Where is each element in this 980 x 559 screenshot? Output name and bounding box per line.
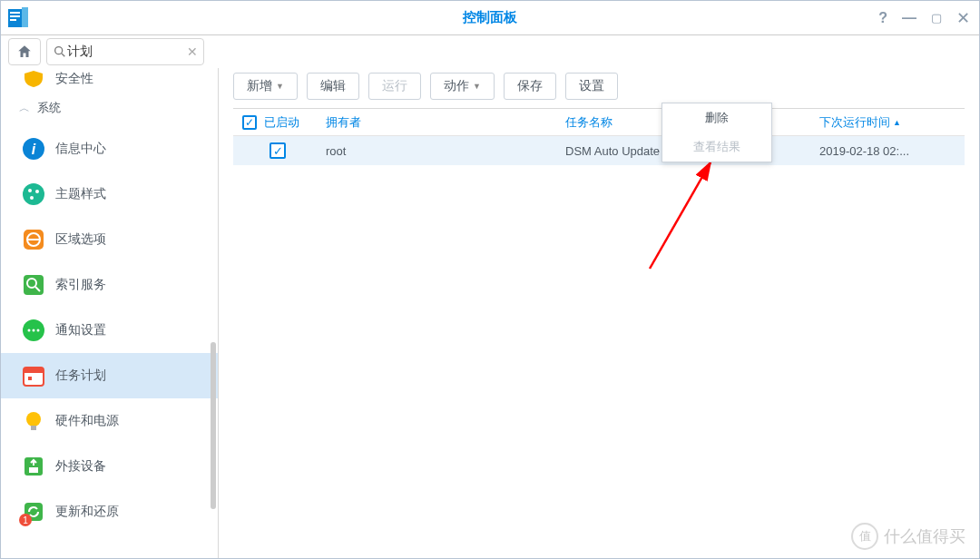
svg-point-10 [28,189,32,192]
sidebar-item-label: 通知设置 [55,322,106,338]
help-button[interactable]: ? [878,10,887,26]
svg-point-26 [26,412,41,427]
action-button[interactable]: 动作▼ [430,73,495,100]
svg-rect-29 [29,467,38,473]
chevron-up-icon: ︿ [19,101,30,116]
titlebar: 控制面板 ? — ▢ ✕ [1,1,979,35]
svg-point-11 [35,190,39,193]
svg-point-22 [37,329,40,332]
window-title: 控制面板 [463,9,517,26]
index-icon [22,273,45,297]
svg-rect-16 [24,275,44,295]
svg-rect-2 [10,12,20,14]
shield-icon [21,71,46,87]
topbar: ✕ [1,35,979,68]
cell-owner: root [317,144,556,158]
sidebar-section-label: 系统 [37,100,61,116]
palette-icon [22,182,45,206]
dropdown-view-result: 查看结果 [662,132,771,162]
run-button: 运行 [368,73,421,100]
sidebar-item-label: 区域选项 [55,231,106,248]
sidebar-item-info-center[interactable]: i 信息中心 [1,126,218,172]
maximize-button[interactable]: ▢ [931,11,942,25]
sidebar-item-label: 主题样式 [55,186,106,202]
grid-header-row: ✓已启动 拥有者 任务名称 动作 下次运行时间 [233,109,965,136]
svg-text:i: i [32,142,36,157]
settings-button[interactable]: 设置 [565,73,618,100]
sidebar-item-label: 信息中心 [55,141,106,157]
task-grid: ✓已启动 拥有者 任务名称 动作 下次运行时间 ✓ root DSM Auto … [233,108,965,165]
edit-button[interactable]: 编辑 [307,73,359,100]
save-button[interactable]: 保存 [504,73,556,100]
svg-rect-4 [10,19,16,21]
chat-icon [22,319,45,342]
info-icon: i [22,137,45,161]
grid-header-enabled[interactable]: ✓已启动 [233,109,317,135]
home-icon [16,44,33,60]
header-checkbox[interactable]: ✓ [242,115,257,130]
sidebar-item-label: 外接设备 [55,458,106,475]
svg-line-31 [650,162,710,269]
minimize-button[interactable]: — [902,10,916,26]
sidebar-item-notification[interactable]: 通知设置 [1,308,218,353]
search-clear-button[interactable]: ✕ [187,44,198,59]
sidebar-item-label: 索引服务 [55,277,106,293]
dropdown-delete[interactable]: 删除 [662,103,771,132]
table-row[interactable]: ✓ root DSM Auto Update 下载 DSM 更新 2019-02… [233,136,965,165]
sidebar-item-label: 更新和还原 [55,504,119,520]
badge-icon: 1 [19,514,32,526]
svg-point-9 [23,183,44,205]
calendar-icon [22,364,45,387]
sidebar-item-hardware[interactable]: 硬件和电源 [1,398,218,444]
sidebar-item-external[interactable]: 外接设备 [1,444,218,489]
device-icon [22,455,45,478]
annotation-arrow [645,155,727,273]
app-icon [8,7,28,29]
new-button[interactable]: 新增▼ [233,73,298,100]
search-icon [53,44,67,59]
svg-point-5 [55,47,63,54]
svg-rect-3 [10,15,20,17]
sidebar-section-system[interactable]: ︿ 系统 [1,90,218,126]
svg-rect-27 [31,426,36,430]
caret-down-icon: ▼ [276,82,284,91]
sidebar-item-region[interactable]: 区域选项 [1,217,218,262]
sidebar-item-label: 安全性 [55,71,93,87]
svg-line-6 [62,54,64,56]
toolbar: 新增▼ 编辑 运行 动作▼ 保存 设置 [219,68,979,101]
main-panel: 新增▼ 编辑 运行 动作▼ 保存 设置 ✓已启动 拥有者 任务名称 动作 下次运… [219,68,979,558]
svg-point-12 [30,196,34,200]
grid-header-next-run[interactable]: 下次运行时间 [810,109,965,135]
row-checkbox[interactable]: ✓ [270,142,286,159]
sidebar-item-index[interactable]: 索引服务 [1,262,218,308]
sidebar-item-label: 硬件和电源 [55,413,119,429]
sidebar-item-theme[interactable]: 主题样式 [1,172,218,217]
search-input[interactable] [67,44,183,59]
svg-point-20 [28,329,31,332]
sidebar-item-security-partial[interactable]: 安全性 [1,68,218,90]
caret-down-icon: ▼ [473,82,481,91]
svg-rect-1 [22,7,28,27]
cell-next-run: 2019-02-18 02:... [810,144,965,158]
action-dropdown: 删除 查看结果 [662,103,772,162]
svg-rect-24 [24,368,44,373]
bulb-icon [22,409,45,433]
close-button[interactable]: ✕ [956,8,970,28]
sidebar-item-task-scheduler[interactable]: 任务计划 [1,353,218,398]
sidebar: 安全性 ︿ 系统 i 信息中心 主题样式 区域选项 索引服务 [1,68,219,558]
home-button[interactable] [8,38,41,65]
sidebar-item-label: 任务计划 [55,368,106,384]
search-box: ✕ [46,38,204,65]
svg-rect-25 [28,377,32,380]
grid-header-owner[interactable]: 拥有者 [317,109,556,135]
svg-point-21 [33,329,35,332]
sidebar-item-update[interactable]: 1 更新和还原 [1,489,218,534]
sidebar-scrollbar[interactable] [211,342,216,509]
globe-icon [22,228,45,251]
